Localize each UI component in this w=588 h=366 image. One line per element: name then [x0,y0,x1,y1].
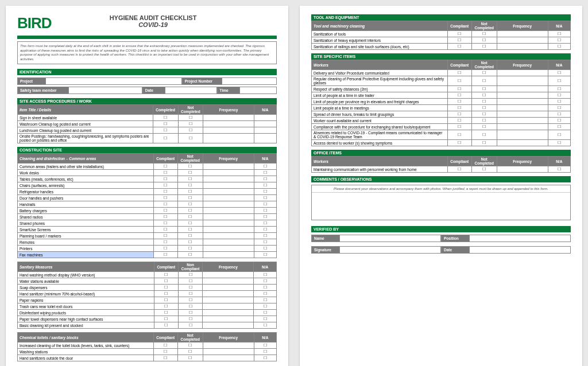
checkbox-compliant[interactable] [153,342,177,349]
cell-frequency[interactable] [203,208,254,214]
input-time[interactable] [240,87,277,94]
checkbox-not-completed[interactable] [177,233,203,239]
checkbox-not-completed[interactable] [178,134,203,143]
cell-frequency[interactable] [203,349,254,355]
input-signature[interactable] [340,246,441,254]
cell-frequency[interactable] [203,316,254,322]
cell-frequency[interactable] [203,182,254,189]
checkbox-not-completed[interactable] [178,278,202,285]
checkbox-not-completed[interactable] [177,201,203,208]
checkbox-compliant[interactable] [447,124,471,130]
checkbox-compliant[interactable] [447,130,471,140]
checkbox-compliant[interactable] [153,134,178,143]
checkbox-na[interactable] [254,349,276,355]
checkbox-na[interactable] [548,86,570,92]
checkbox-compliant[interactable] [447,118,471,124]
checkbox-not-completed[interactable] [177,182,203,189]
cell-frequency[interactable] [203,239,254,246]
checkbox-na[interactable] [254,342,276,349]
checkbox-compliant[interactable] [154,291,178,297]
cell-frequency[interactable] [497,99,548,105]
checkbox-compliant[interactable] [154,272,178,278]
input-project[interactable] [46,77,182,85]
cell-frequency[interactable] [497,44,548,50]
input-position[interactable] [470,235,571,242]
checkbox-compliant[interactable] [447,76,471,86]
checkbox-compliant[interactable] [447,31,471,37]
checkbox-compliant[interactable] [154,322,178,329]
checkbox-compliant[interactable] [154,297,178,303]
checkbox-compliant[interactable] [153,115,178,121]
checkbox-compliant[interactable] [447,111,471,118]
checkbox-not-completed[interactable] [471,70,497,76]
cell-frequency[interactable] [497,76,548,86]
cell-frequency[interactable] [203,214,254,220]
checkbox-na[interactable] [548,37,570,44]
checkbox-compliant[interactable] [154,285,178,291]
checkbox-na[interactable] [254,297,277,303]
checkbox-na[interactable] [254,252,276,258]
checkbox-na[interactable] [254,189,276,195]
checkbox-compliant[interactable] [447,44,471,50]
checkbox-not-completed[interactable] [178,303,202,310]
checkbox-not-completed[interactable] [471,76,497,86]
cell-frequency[interactable] [203,163,254,170]
checkbox-not-completed[interactable] [471,105,497,111]
checkbox-not-completed[interactable] [178,285,202,291]
checkbox-na[interactable] [548,99,570,105]
cell-frequency[interactable] [203,355,254,361]
checkbox-na[interactable] [548,140,570,146]
checkbox-compliant[interactable] [153,182,177,189]
checkbox-compliant[interactable] [447,92,471,99]
cell-frequency[interactable] [497,37,548,44]
cell-frequency[interactable] [203,134,254,143]
checkbox-na[interactable] [254,127,276,134]
checkbox-not-completed[interactable] [471,92,497,99]
checkbox-na[interactable] [254,163,276,170]
checkbox-na[interactable] [548,111,570,118]
checkbox-compliant[interactable] [153,214,177,220]
checkbox-na[interactable] [254,134,276,143]
cell-frequency[interactable] [203,201,254,208]
cell-frequency[interactable] [203,127,254,134]
input-safety-member[interactable] [69,87,142,94]
cell-frequency[interactable] [497,31,548,37]
cell-frequency[interactable] [497,124,548,130]
checkbox-not-completed[interactable] [471,111,497,118]
checkbox-not-completed[interactable] [471,86,497,92]
cell-frequency[interactable] [497,130,548,140]
checkbox-not-completed[interactable] [178,310,202,316]
checkbox-na[interactable] [548,92,570,99]
checkbox-compliant[interactable] [153,121,178,127]
cell-frequency[interactable] [203,342,254,349]
checkbox-na[interactable] [254,170,276,176]
checkbox-not-completed[interactable] [177,349,203,355]
checkbox-not-completed[interactable] [177,252,203,258]
checkbox-na[interactable] [254,291,277,297]
cell-frequency[interactable] [203,233,254,239]
checkbox-compliant[interactable] [153,176,177,182]
checkbox-na[interactable] [548,105,570,111]
checkbox-not-completed[interactable] [178,272,202,278]
checkbox-compliant[interactable] [153,220,177,227]
checkbox-na[interactable] [254,227,276,233]
checkbox-compliant[interactable] [153,208,177,214]
checkbox-not-completed[interactable] [177,239,203,246]
checkbox-na[interactable] [548,166,570,173]
checkbox-compliant[interactable] [447,140,471,146]
checkbox-not-completed[interactable] [471,118,497,124]
checkbox-not-completed[interactable] [177,176,203,182]
checkbox-not-completed[interactable] [177,214,203,220]
cell-frequency[interactable] [203,176,254,182]
checkbox-na[interactable] [254,176,276,182]
checkbox-not-completed[interactable] [178,316,202,322]
checkbox-not-completed[interactable] [178,115,203,121]
cell-frequency[interactable] [203,303,254,310]
checkbox-not-completed[interactable] [177,163,203,170]
cell-frequency[interactable] [497,118,548,124]
cell-frequency[interactable] [203,252,254,258]
checkbox-na[interactable] [548,118,570,124]
checkbox-not-completed[interactable] [177,355,203,361]
checkbox-na[interactable] [254,220,276,227]
checkbox-not-completed[interactable] [177,227,203,233]
